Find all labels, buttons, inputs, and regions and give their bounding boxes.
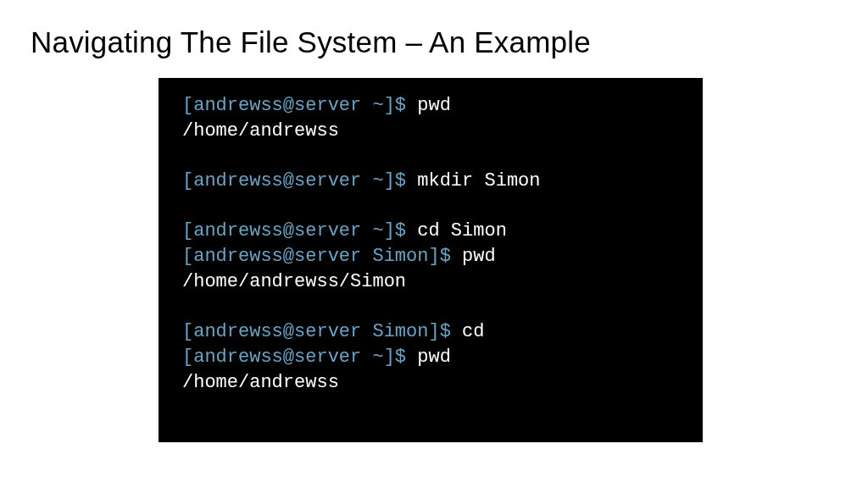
- terminal-command: mkdir Simon: [406, 170, 540, 191]
- terminal-output: /home/andrewss: [182, 372, 339, 393]
- terminal-prompt: [andrewss@server ~]$: [182, 347, 406, 368]
- terminal-line: [182, 194, 679, 219]
- terminal-line: [182, 143, 679, 169]
- terminal-prompt: [andrewss@server ~]$: [182, 95, 406, 116]
- terminal-output: /home/andrewss/Simon: [182, 271, 406, 292]
- terminal-line: /home/andrewss: [182, 370, 679, 396]
- terminal-line: /home/andrewss: [182, 119, 679, 144]
- terminal-line: [andrewss@server ~]$ mkdir Simon: [182, 169, 679, 194]
- terminal-line: [andrewss@server ~]$ pwd: [182, 93, 679, 119]
- terminal-command: pwd: [406, 95, 451, 116]
- terminal-command: pwd: [451, 246, 496, 267]
- terminal-line: [andrewss@server ~]$ cd Simon: [182, 219, 679, 244]
- slide-title: Navigating The File System – An Example: [31, 25, 591, 59]
- terminal-prompt: [andrewss@server ~]$: [182, 170, 406, 191]
- terminal-command: cd: [451, 321, 485, 342]
- terminal-prompt: [andrewss@server Simon]$: [182, 321, 451, 342]
- terminal-line: [andrewss@server Simon]$ cd: [182, 319, 679, 345]
- terminal-command: pwd: [406, 347, 451, 368]
- terminal-command: cd Simon: [406, 220, 507, 241]
- terminal-prompt: [andrewss@server Simon]$: [182, 246, 451, 267]
- terminal-line: [182, 295, 679, 320]
- terminal-output: /home/andrewss: [182, 120, 339, 141]
- terminal-line: [andrewss@server ~]$ pwd: [182, 345, 679, 370]
- terminal-line: /home/andrewss/Simon: [182, 269, 679, 295]
- terminal-prompt: [andrewss@server ~]$: [182, 220, 406, 241]
- terminal-window: [andrewss@server ~]$ pwd/home/andrewss […: [159, 78, 703, 442]
- terminal-line: [andrewss@server Simon]$ pwd: [182, 244, 679, 269]
